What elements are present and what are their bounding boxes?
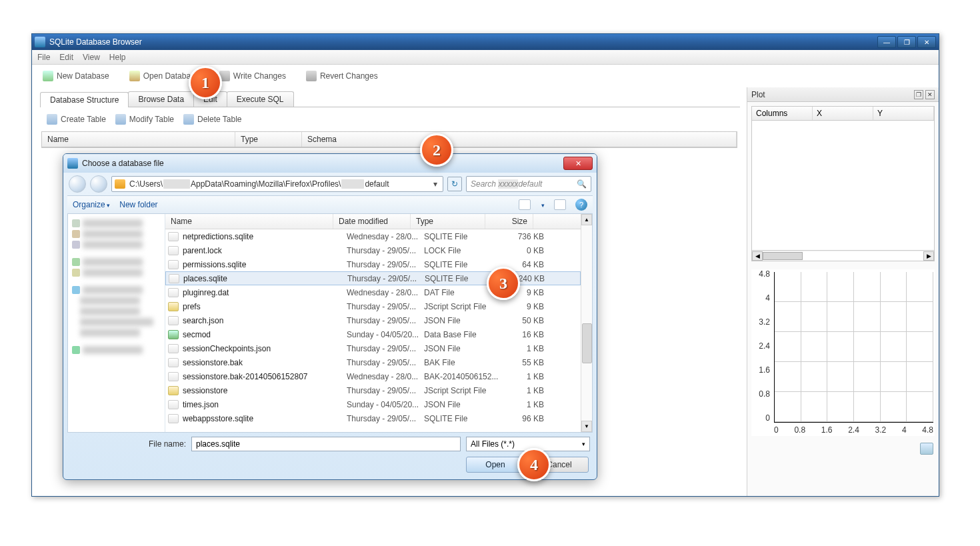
file-col-date[interactable]: Date modified xyxy=(333,214,411,229)
minimize-button[interactable]: — xyxy=(877,36,896,48)
plot-columns-scrollbar[interactable]: ◀ ▶ xyxy=(752,250,934,261)
open-database-icon xyxy=(129,71,140,81)
file-col-size[interactable]: Size xyxy=(485,214,533,229)
address-bar[interactable]: C:\Users\ xxxxxx AppData\Roaming\Mozilla… xyxy=(111,176,443,192)
create-table-button[interactable]: Create Table xyxy=(47,114,106,125)
filename-input[interactable] xyxy=(191,437,461,451)
x-tick: 3.2 xyxy=(875,425,887,436)
file-list-scrollbar[interactable]: ▲ ▼ xyxy=(581,214,592,432)
file-type: SQLITE File xyxy=(424,260,499,269)
titlebar: SQLite Database Browser — ❐ ✕ xyxy=(32,34,939,50)
delete-table-label: Delete Table xyxy=(197,115,242,124)
file-name: sessionstore.bak-20140506152807 xyxy=(183,372,347,381)
new-folder-button[interactable]: New folder xyxy=(119,200,157,209)
file-row[interactable]: sessionstore.bak-20140506152807 Wednesda… xyxy=(165,369,581,383)
file-name: webappsstore.sqlite xyxy=(183,414,347,423)
file-name: sessionstore.bak xyxy=(183,358,347,367)
search-placeholder-suffix: default xyxy=(518,179,542,189)
plot-undock-button[interactable]: ❐ xyxy=(914,90,923,99)
dialog-toolbar: Organize New folder ? xyxy=(67,195,593,214)
refresh-button[interactable]: ↻ xyxy=(447,177,462,191)
dialog-close-button[interactable]: ✕ xyxy=(563,157,593,170)
file-col-type[interactable]: Type xyxy=(411,214,485,229)
plot-close-button[interactable]: ✕ xyxy=(925,90,935,99)
help-button[interactable]: ? xyxy=(575,199,587,211)
column-header-type[interactable]: Type xyxy=(235,132,302,147)
file-row[interactable]: permissions.sqlite Thursday - 29/05/... … xyxy=(165,257,581,271)
y-tick: 0.8 xyxy=(751,389,770,399)
dialog-icon xyxy=(67,158,78,169)
file-row[interactable]: times.json Sunday - 04/05/20... JSON Fil… xyxy=(165,397,581,411)
menu-view[interactable]: View xyxy=(83,53,100,62)
file-size: 96 KB xyxy=(499,414,544,423)
search-input[interactable]: Search xxxxx default 🔍 xyxy=(466,176,591,192)
file-row[interactable]: prefs Thursday - 29/05/... JScript Scrip… xyxy=(165,299,581,313)
file-date: Thursday - 29/05/... xyxy=(347,302,424,311)
menu-edit[interactable]: Edit xyxy=(59,53,73,62)
column-header-schema[interactable]: Schema xyxy=(302,132,737,147)
file-icon xyxy=(168,246,179,255)
address-dropdown[interactable]: ▾ xyxy=(431,179,440,189)
scroll-left-button[interactable]: ◀ xyxy=(752,251,763,261)
view-mode-dropdown[interactable] xyxy=(540,200,545,209)
view-mode-button[interactable] xyxy=(519,199,531,210)
tab-database-structure[interactable]: Database Structure xyxy=(40,92,129,107)
menu-help[interactable]: Help xyxy=(109,53,126,62)
file-row[interactable]: sessionstore.bak Thursday - 29/05/... BA… xyxy=(165,355,581,369)
file-row[interactable]: netpredictions.sqlite Wednesday - 28/0..… xyxy=(165,229,581,243)
folder-icon xyxy=(115,179,125,189)
x-tick: 0.8 xyxy=(794,425,805,436)
tab-browse-data[interactable]: Browse Data xyxy=(128,91,194,107)
file-size: 1 KB xyxy=(499,386,544,395)
plot-save-button[interactable] xyxy=(920,443,933,455)
plot-col-y[interactable]: Y xyxy=(873,107,934,120)
organize-button[interactable]: Organize xyxy=(73,200,110,209)
scroll-thumb[interactable] xyxy=(763,252,803,260)
write-changes-button[interactable]: Write Changes xyxy=(215,69,290,83)
delete-table-button[interactable]: Delete Table xyxy=(183,114,242,125)
file-row[interactable]: secmod Sunday - 04/05/20... Data Base Fi… xyxy=(165,327,581,341)
structure-toolbar: Create Table Modify Table Delete Table xyxy=(39,107,740,131)
close-button[interactable]: ✕ xyxy=(917,36,936,48)
nav-back-button[interactable] xyxy=(69,175,86,193)
file-row[interactable]: webappsstore.sqlite Thursday - 29/05/...… xyxy=(165,411,581,425)
x-tick: 2.4 xyxy=(848,425,859,436)
x-tick: 0 xyxy=(774,425,779,436)
file-col-name[interactable]: Name xyxy=(165,214,333,229)
modify-table-button[interactable]: Modify Table xyxy=(115,114,174,125)
path-segment-1: C:\Users\ xyxy=(129,179,163,189)
scroll-down-button[interactable]: ▼ xyxy=(581,421,592,432)
plot-col-x[interactable]: X xyxy=(813,107,873,120)
file-row[interactable]: search.json Thursday - 29/05/... JSON Fi… xyxy=(165,313,581,327)
column-header-name[interactable]: Name xyxy=(42,132,235,147)
open-button[interactable]: Open xyxy=(466,457,525,473)
scroll-right-button[interactable]: ▶ xyxy=(923,251,934,261)
preview-pane-button[interactable] xyxy=(554,199,566,210)
write-changes-label: Write Changes xyxy=(233,71,286,81)
file-row[interactable]: sessionCheckpoints.json Thursday - 29/05… xyxy=(165,341,581,355)
scroll-up-button[interactable]: ▲ xyxy=(581,214,592,225)
nav-forward-button[interactable] xyxy=(90,175,107,193)
dialog-titlebar: Choose a database file ✕ xyxy=(63,154,597,173)
menu-file[interactable]: File xyxy=(37,53,50,62)
file-date: Thursday - 29/05/... xyxy=(347,260,424,269)
file-size: 1 KB xyxy=(499,344,544,353)
revert-changes-button[interactable]: Revert Changes xyxy=(302,69,382,83)
maximize-button[interactable]: ❐ xyxy=(897,36,916,48)
scroll-thumb-vertical[interactable] xyxy=(582,323,592,363)
file-row[interactable]: sessionstore Thursday - 29/05/... JScrip… xyxy=(165,383,581,397)
y-tick: 4.8 xyxy=(751,269,770,279)
file-icon xyxy=(168,288,179,297)
file-row[interactable]: parent.lock Thursday - 29/05/... LOCK Fi… xyxy=(165,243,581,257)
tab-execute-sql[interactable]: Execute SQL xyxy=(227,91,294,107)
plot-col-columns[interactable]: Columns xyxy=(752,107,813,120)
search-icon[interactable]: 🔍 xyxy=(577,179,587,189)
folder-tree[interactable] xyxy=(68,214,165,432)
file-type: LOCK File xyxy=(424,246,499,255)
file-name: times.json xyxy=(183,400,347,409)
file-name: secmod xyxy=(183,330,347,339)
y-tick: 3.2 xyxy=(751,317,770,327)
file-type: BAK File xyxy=(424,358,499,367)
file-type: Data Base File xyxy=(424,330,499,339)
new-database-button[interactable]: New Database xyxy=(39,69,113,83)
